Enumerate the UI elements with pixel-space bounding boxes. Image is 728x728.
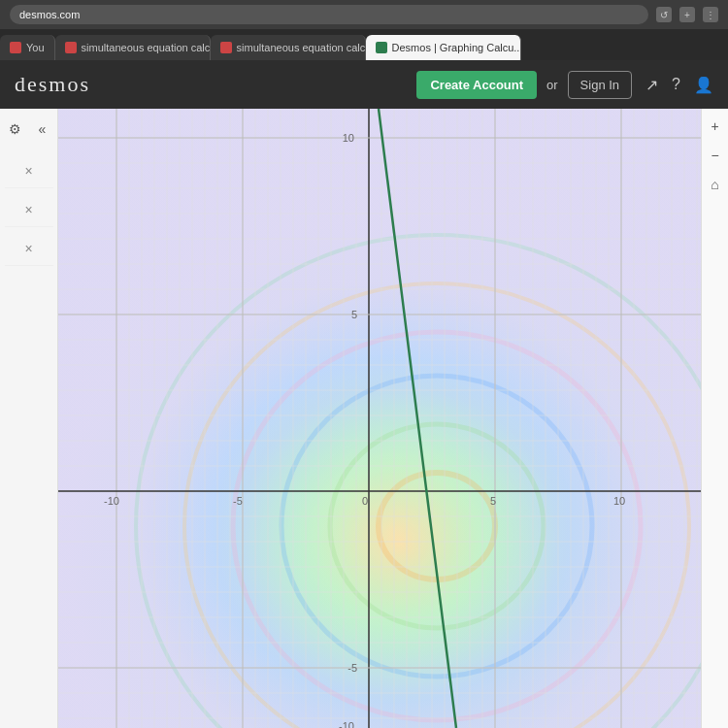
desmos-app: desmos Create Account or Sign In ↗ ? 👤 ⚙… xyxy=(0,60,728,728)
svg-text:10: 10 xyxy=(613,495,625,507)
tab-label-sim2: simultaneous equation calcu... xyxy=(237,42,366,53)
svg-text:0: 0 xyxy=(362,495,368,507)
browser-add-tab-btn[interactable]: + xyxy=(679,7,695,22)
expression-sidebar: ⚙ « × × × xyxy=(0,109,58,728)
tab-label-you: You xyxy=(26,42,45,53)
settings-button[interactable]: ⚙ xyxy=(3,116,28,142)
browser-url-bar[interactable]: desmos.com xyxy=(10,5,648,24)
tab-sim1[interactable]: simultaneous equation calcu... xyxy=(55,35,211,60)
tab-favicon-sim1 xyxy=(65,42,77,53)
svg-text:5: 5 xyxy=(490,495,496,507)
graph-area[interactable]: -10 -5 0 5 10 10 5 -5 -10 xyxy=(58,109,701,728)
main-area: ⚙ « × × × xyxy=(0,109,728,728)
svg-text:5: 5 xyxy=(351,309,357,320)
expression-row-2: × xyxy=(5,192,53,227)
zoom-in-button[interactable]: + xyxy=(704,115,727,138)
browser-menu-btn[interactable]: ⋮ xyxy=(703,7,718,22)
svg-text:10: 10 xyxy=(343,132,354,144)
expression-row-1: × xyxy=(5,153,53,188)
tab-bar: You simultaneous equation calcu... simul… xyxy=(0,29,728,60)
sidebar-controls: ⚙ « xyxy=(3,116,55,142)
delete-expr-3[interactable]: × xyxy=(24,241,32,256)
sign-in-button[interactable]: Sign In xyxy=(568,71,632,99)
tab-favicon-you xyxy=(10,42,21,53)
home-button[interactable]: ⌂ xyxy=(704,173,727,196)
account-icon[interactable]: 👤 xyxy=(694,76,713,94)
url-text: desmos.com xyxy=(19,9,80,20)
desmos-header: desmos Create Account or Sign In ↗ ? 👤 xyxy=(0,60,728,109)
svg-text:-5: -5 xyxy=(347,662,357,674)
tab-favicon-desmos xyxy=(376,42,387,53)
delete-expr-2[interactable]: × xyxy=(24,202,32,217)
share-icon[interactable]: ↗ xyxy=(645,76,658,94)
tab-sim2[interactable]: simultaneous equation calcu... xyxy=(211,35,366,60)
tab-you[interactable]: You xyxy=(0,35,55,60)
graph-svg: -10 -5 0 5 10 10 5 -5 -10 xyxy=(58,109,701,728)
tab-favicon-sim2 xyxy=(220,42,232,53)
right-toolbar: + − ⌂ xyxy=(701,109,728,728)
or-separator: or xyxy=(546,78,558,92)
collapse-button[interactable]: « xyxy=(30,116,55,142)
zoom-out-button[interactable]: − xyxy=(704,144,727,167)
tab-label-desmos: Desmos | Graphing Calcu... xyxy=(392,42,521,53)
create-account-button[interactable]: Create Account xyxy=(416,71,537,99)
expression-row-3: × xyxy=(5,231,53,266)
delete-expr-1[interactable]: × xyxy=(24,163,32,179)
desmos-logo: desmos xyxy=(15,72,407,97)
browser-chrome: desmos.com ↺ + ⋮ xyxy=(0,0,728,29)
svg-text:-5: -5 xyxy=(233,495,243,507)
help-icon[interactable]: ? xyxy=(672,76,680,93)
svg-text:-10: -10 xyxy=(104,495,119,507)
browser-refresh-btn[interactable]: ↺ xyxy=(656,7,672,22)
svg-text:-10: -10 xyxy=(339,720,354,728)
tab-label-sim1: simultaneous equation calcu... xyxy=(82,42,211,53)
tab-desmos[interactable]: Desmos | Graphing Calcu... xyxy=(366,35,521,60)
